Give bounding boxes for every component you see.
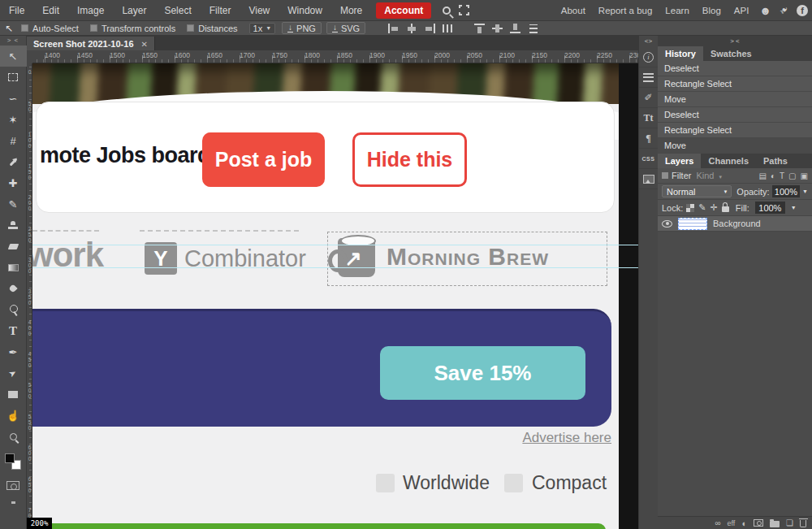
account-button[interactable]: Account — [376, 2, 431, 19]
tool-spot-heal[interactable]: ✚ — [0, 172, 27, 193]
lock-position-icon[interactable]: ✛ — [710, 202, 718, 213]
distances-checkbox[interactable]: Distances — [187, 24, 237, 33]
align-top-icon[interactable] — [474, 24, 486, 33]
transform-controls-checkbox[interactable]: Transform controls — [90, 24, 175, 33]
layer-thumbnail[interactable] — [678, 218, 707, 230]
filter-shape-icon[interactable]: ▢ — [788, 171, 796, 180]
checkbox-icon[interactable] — [21, 24, 28, 32]
tool-rectangle-select[interactable] — [0, 67, 27, 88]
tool-hand[interactable]: ☝ — [0, 405, 27, 426]
lock-transparency-icon[interactable] — [686, 204, 694, 212]
canvas-area[interactable]: mote Jobs board Post a job Hide this wor… — [32, 63, 638, 529]
align-horizontal-center-icon[interactable] — [406, 24, 417, 33]
guide-line[interactable] — [32, 245, 638, 245]
paragraph-panel-icon[interactable]: ¶ — [639, 128, 659, 149]
color-swatches[interactable] — [5, 453, 21, 470]
adjustment-icon[interactable]: ◐ — [741, 518, 747, 528]
auto-select-checkbox[interactable]: Auto-Select — [21, 24, 79, 33]
filter-smart-icon[interactable]: ▣ — [801, 171, 808, 180]
image-panel-icon[interactable] — [639, 169, 659, 189]
character-panel-icon[interactable]: Tt — [639, 108, 659, 128]
tool-eyedropper[interactable] — [0, 151, 27, 172]
menu-edit[interactable]: Edit — [33, 0, 68, 21]
align-left-icon[interactable] — [388, 24, 400, 33]
distribute-vertical-icon[interactable] — [528, 24, 539, 33]
filter-text-icon[interactable]: T — [780, 171, 784, 180]
align-bottom-icon[interactable] — [510, 24, 521, 33]
align-right-icon[interactable] — [424, 24, 435, 33]
fullscreen-icon[interactable] — [459, 5, 469, 15]
menu-layer[interactable]: Layer — [113, 0, 155, 21]
new-layer-icon[interactable]: ❏ — [786, 518, 793, 527]
delete-layer-icon[interactable] — [800, 520, 806, 527]
guide-line[interactable] — [32, 267, 638, 268]
document-tab[interactable]: Screen Shot 2021-10-16 ✕ — [27, 37, 155, 51]
link-layers-icon[interactable]: ∞ — [715, 518, 720, 527]
link-learn[interactable]: Learn — [659, 6, 695, 15]
link-blog[interactable]: Blog — [696, 6, 728, 15]
history-item[interactable]: Deselect — [658, 61, 812, 76]
tool-blur[interactable] — [0, 278, 27, 299]
tool-type[interactable]: T — [0, 320, 27, 341]
history-item[interactable]: Rectangle Select — [658, 123, 812, 138]
history-item[interactable]: Move — [658, 92, 812, 107]
pixel-ratio-select[interactable]: 1x ▼ — [249, 23, 276, 34]
menu-view[interactable]: View — [240, 0, 279, 21]
close-icon[interactable]: ✕ — [141, 40, 148, 49]
export-svg-button[interactable]: ↓ SVG — [326, 22, 365, 34]
search-icon[interactable] — [443, 7, 451, 15]
panel-collapse-handle[interactable]: > < — [658, 36, 812, 46]
history-item-current[interactable]: Move — [658, 138, 812, 154]
history-item[interactable]: Deselect — [658, 107, 812, 123]
filter-adjustment-icon[interactable]: ◐ — [771, 171, 775, 180]
blend-mode-select[interactable]: Normal ▾ — [662, 185, 732, 197]
tool-crop[interactable]: # — [0, 130, 27, 151]
brush-panel-icon[interactable]: ✐ — [639, 88, 659, 108]
tab-swatches[interactable]: Swatches — [703, 46, 759, 61]
opacity-value[interactable]: 100% — [772, 185, 800, 197]
tool-clone-stamp[interactable] — [0, 215, 27, 236]
twitter-icon[interactable]: ❧ — [776, 2, 791, 17]
tool-zoom[interactable] — [0, 426, 27, 447]
tool-move[interactable]: ↖ — [0, 46, 27, 67]
menu-file[interactable]: File — [0, 0, 33, 21]
properties-panel-icon[interactable] — [639, 67, 659, 88]
menu-window[interactable]: Window — [279, 0, 331, 21]
tab-paths[interactable]: Paths — [756, 154, 795, 168]
layer-effects-icon[interactable]: eff — [728, 519, 736, 527]
distribute-horizontal-icon[interactable] — [442, 24, 453, 33]
tool-brush[interactable]: ✎ — [0, 193, 27, 215]
checkbox-icon[interactable] — [90, 24, 97, 32]
toolbox-collapse-icon[interactable]: > < — [7, 36, 19, 46]
tab-channels[interactable]: Channels — [701, 154, 756, 168]
info-panel-icon[interactable]: i — [639, 47, 659, 67]
link-api[interactable]: API — [728, 6, 756, 15]
export-png-button[interactable]: ↓ PNG — [282, 22, 322, 34]
foreground-color-swatch[interactable] — [5, 453, 15, 463]
chevron-down-icon[interactable]: ▼ — [802, 189, 808, 194]
filter-image-icon[interactable]: ▤ — [758, 171, 766, 180]
link-report-bug[interactable]: Report a bug — [592, 6, 659, 15]
visibility-eye-icon[interactable] — [662, 220, 672, 228]
tool-gradient[interactable] — [0, 257, 27, 278]
fill-value[interactable]: 100% — [755, 202, 785, 214]
reddit-icon[interactable]: ☻ — [759, 4, 771, 17]
menu-more[interactable]: More — [331, 0, 371, 21]
tool-dodge[interactable] — [0, 299, 27, 320]
tool-eraser[interactable] — [0, 236, 27, 257]
facebook-icon[interactable]: f — [797, 5, 808, 16]
align-vertical-center-icon[interactable] — [492, 24, 503, 33]
quick-mask-icon[interactable] — [6, 481, 19, 490]
tool-rectangle-shape[interactable] — [0, 384, 27, 405]
filter-checkbox[interactable] — [662, 172, 668, 179]
layer-row-background[interactable]: Background — [658, 216, 812, 232]
new-group-icon[interactable] — [770, 521, 780, 527]
checkbox-icon[interactable] — [187, 24, 194, 32]
kind-select[interactable]: Kind ▾ — [696, 171, 722, 180]
tool-path-select[interactable]: ➤ — [0, 362, 27, 384]
tool-magic-wand[interactable]: ✶ — [0, 109, 27, 130]
panel-collapse-icon[interactable]: <> — [645, 36, 652, 47]
screen-mode-icon[interactable] — [11, 501, 15, 504]
tool-lasso[interactable]: ∽ — [0, 88, 27, 109]
link-about[interactable]: About — [555, 6, 592, 15]
